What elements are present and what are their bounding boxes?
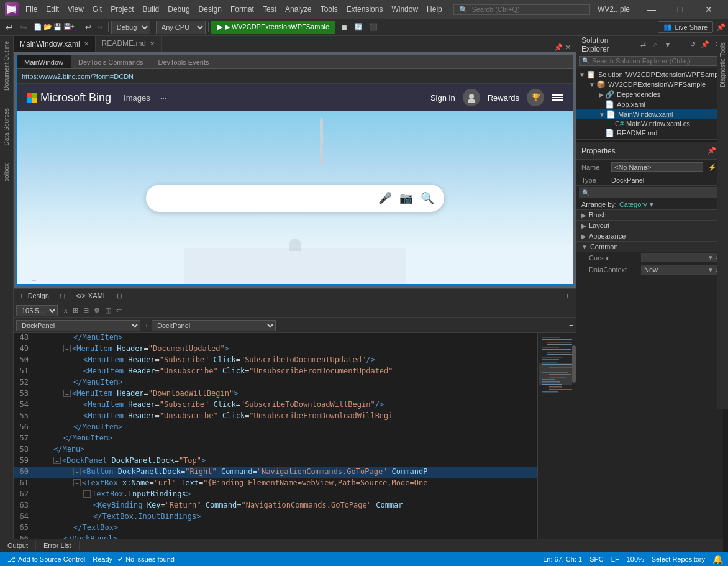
collapse-icon[interactable]: − xyxy=(675,39,686,50)
bing-mic-icon[interactable]: 🎤 xyxy=(378,191,392,205)
forward-button[interactable]: ↪ xyxy=(17,21,30,34)
refresh-icon[interactable]: ↺ xyxy=(687,39,698,50)
pin-icon[interactable]: 📌 xyxy=(716,23,726,32)
layout-group-header[interactable]: ▶ Layout xyxy=(576,221,728,231)
output-tab[interactable]: Output xyxy=(0,541,36,550)
bing-images-link[interactable]: Images xyxy=(124,93,150,103)
sync-icon[interactable]: ⇄ xyxy=(637,39,648,50)
settings-icon[interactable]: ⚙ xyxy=(92,306,102,315)
data-sources-tab[interactable]: Data Sources xyxy=(2,104,11,150)
save-all-icon[interactable]: 💾+ xyxy=(63,23,75,31)
right-selector-dropdown[interactable]: DockPanel xyxy=(152,320,276,331)
filter-icon[interactable]: ▼ xyxy=(662,39,673,50)
home-icon[interactable]: ⌂ xyxy=(650,39,661,50)
zoom-status[interactable]: 100% xyxy=(627,555,644,563)
expand-53[interactable]: − xyxy=(63,390,71,397)
tree-dependencies-node[interactable]: ▶ 🔗 Dependencies xyxy=(576,89,728,99)
expand-62[interactable]: − xyxy=(83,490,91,498)
back-button[interactable]: ↩ xyxy=(2,21,16,34)
tab-mainwindow-close[interactable]: ✕ xyxy=(84,40,89,47)
bing-hamburger[interactable] xyxy=(552,94,563,101)
platform-dropdown[interactable]: Any CPU xyxy=(156,21,206,34)
menu-extensions[interactable]: Extensions xyxy=(342,2,388,16)
arrange-value[interactable]: Category xyxy=(619,201,647,208)
tab-readme-close[interactable]: ✕ xyxy=(150,40,155,47)
diagnostic-tools-tab[interactable]: Diagnostic Tools xyxy=(718,39,727,91)
undo-button[interactable]: ↩ xyxy=(83,22,94,33)
menu-file[interactable]: File xyxy=(21,2,42,16)
common-group-header[interactable]: ▼ Common xyxy=(576,242,728,252)
tree-app-xaml-node[interactable]: ▶ 📄 App.xaml xyxy=(576,99,728,109)
menu-test[interactable]: Test xyxy=(258,2,281,16)
notifications-icon[interactable]: 🔔 xyxy=(712,554,723,564)
solution-search-box[interactable]: 🔍 xyxy=(579,56,726,66)
xaml-view-arrows-up[interactable]: ↑↓ xyxy=(54,291,71,301)
live-share-button[interactable]: 👥 Live Share xyxy=(658,21,713,33)
snap-icon[interactable]: ◫ xyxy=(103,306,113,315)
expand-61[interactable]: − xyxy=(73,479,81,486)
close-tab-icon[interactable]: ✕ xyxy=(565,43,571,52)
view-toolbar-action[interactable]: + xyxy=(562,291,573,301)
solution-search-input[interactable] xyxy=(592,57,722,65)
cursor-dropdown-icon[interactable]: ▼ xyxy=(708,254,714,261)
prop-name-input[interactable] xyxy=(611,162,703,172)
minimap-scrollbar-thumb[interactable] xyxy=(572,345,576,383)
menu-project[interactable]: Project xyxy=(106,2,138,16)
left-selector-dropdown[interactable]: DockPanel xyxy=(16,320,140,331)
search-box[interactable]: 🔍 xyxy=(453,4,590,15)
restart-icon[interactable]: 🔄 xyxy=(352,22,365,32)
tab-mainwindow-xaml[interactable]: MainWindow.xaml ✕ xyxy=(14,36,96,52)
browser-tab-devtools[interactable]: DevTools Commands xyxy=(71,55,151,68)
datacontext-dropdown-icon[interactable]: ▼ xyxy=(708,267,714,273)
expand-59[interactable]: − xyxy=(53,457,61,464)
browser-tab-events[interactable]: DevTools Events xyxy=(151,55,217,68)
add-item-button[interactable]: + xyxy=(569,321,573,330)
browser-tab-mainwindow[interactable]: MainWindow xyxy=(17,55,71,68)
open-icon[interactable]: 📂 xyxy=(43,23,52,31)
breakpoint-icon[interactable]: ⬛ xyxy=(366,22,380,32)
stop-icon[interactable]: ⏹ xyxy=(339,22,350,32)
bing-search-input[interactable] xyxy=(156,193,371,204)
xaml-view-button[interactable]: </> XAML xyxy=(71,291,112,301)
source-control-item[interactable]: ⎇ Add to Source Control xyxy=(5,555,88,564)
prop-pin-icon[interactable]: 📌 xyxy=(708,147,716,155)
bing-search-icon[interactable]: 🔍 xyxy=(421,191,434,205)
config-dropdown[interactable]: Debug xyxy=(111,21,150,34)
run-button[interactable]: ▶ ▶ WV2CDPExtensionWPFSample xyxy=(211,21,335,34)
menu-view[interactable]: View xyxy=(63,2,88,16)
bing-search-bar[interactable]: 🎤 📷 🔍 xyxy=(146,185,444,212)
menu-tools[interactable]: Tools xyxy=(316,2,342,16)
minimize-button[interactable]: — xyxy=(637,0,666,19)
menu-analyze[interactable]: Analyze xyxy=(281,2,316,16)
resize-handle[interactable]: ↔ xyxy=(31,276,37,283)
align-icon[interactable]: ⇐ xyxy=(114,306,124,315)
menu-help[interactable]: Help xyxy=(422,2,447,16)
bing-rewards[interactable]: Rewards xyxy=(488,93,519,103)
tree-mainwindow-node[interactable]: ▼ 📄 MainWindow.xaml xyxy=(576,109,728,119)
redo-button[interactable]: ↪ xyxy=(94,22,106,33)
bing-signin[interactable]: Sign in xyxy=(430,93,455,103)
save-icon[interactable]: 💾 xyxy=(53,23,62,31)
arrange-dropdown-icon[interactable]: ▼ xyxy=(648,201,655,208)
search-input[interactable] xyxy=(471,6,571,13)
pin-se-icon[interactable]: 📌 xyxy=(699,39,711,50)
tree-solution-node[interactable]: ▼ 📋 Solution 'WV2CDPExtensionWPFSample' xyxy=(576,70,728,80)
table-icon[interactable]: ⊟ xyxy=(81,306,91,315)
prop-search-input[interactable] xyxy=(589,189,722,196)
appearance-group-header[interactable]: ▶ Appearance xyxy=(576,231,728,241)
menu-build[interactable]: Build xyxy=(139,2,164,16)
new-file-icon[interactable]: 📄 xyxy=(34,23,42,31)
error-status[interactable]: ✔ No issues found xyxy=(117,555,175,564)
grid-icon[interactable]: ⊞ xyxy=(71,306,80,315)
menu-format[interactable]: Format xyxy=(226,2,258,16)
datacontext-value[interactable]: New ▼ ↺ xyxy=(641,265,723,275)
pin-tab-icon[interactable]: 📌 xyxy=(554,43,563,52)
menu-debug[interactable]: Debug xyxy=(163,2,194,16)
menu-edit[interactable]: Edit xyxy=(42,2,63,16)
menu-design[interactable]: Design xyxy=(194,2,226,16)
prop-name-btn-1[interactable]: ⚡ xyxy=(708,163,717,171)
close-button[interactable]: ✕ xyxy=(694,0,723,19)
tree-readme-node[interactable]: ▶ 📄 README.md xyxy=(576,128,728,138)
expand-60[interactable]: − xyxy=(73,468,81,475)
tree-project-node[interactable]: ▼ 📦 WV2CDPExtensionWPFSample xyxy=(576,80,728,89)
